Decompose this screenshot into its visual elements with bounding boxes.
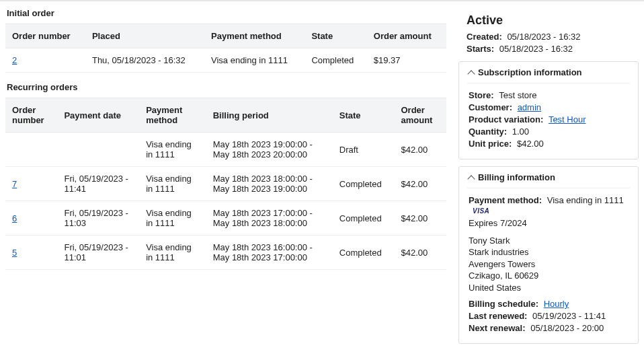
table-row: Visa ending in 1111 May 18th 2023 19:00:… <box>5 133 446 167</box>
address-line: Czikago, IL 60629 <box>469 270 629 282</box>
billing-period-cell: May 18th 2023 19:00:00 - May 18th 2023 2… <box>206 133 333 167</box>
chevron-up-icon <box>467 175 475 182</box>
order-amount-cell: $42.00 <box>395 236 447 270</box>
placed-cell: Thu, 05/18/2023 - 16:32 <box>85 48 204 73</box>
address-line: United States <box>469 282 629 294</box>
order-amount-cell: $42.00 <box>395 133 447 167</box>
billing-info-header[interactable]: Billing information <box>467 172 630 188</box>
table-row: 2 Thu, 05/18/2023 - 16:32 Visa ending in… <box>5 48 446 73</box>
payment-method-cell: Visa ending in 1111 <box>204 48 305 73</box>
state-cell: Completed <box>305 48 366 73</box>
payment-date-cell: Fri, 05/19/2023 - 11:41 <box>57 167 139 201</box>
payment-date-cell: Fri, 05/19/2023 - 11:03 <box>57 201 139 236</box>
col-order-amount: Order amount <box>395 98 447 133</box>
recurring-orders-table: Order number Payment date Payment method… <box>5 98 446 270</box>
next-renewal-label: Next renewal: <box>469 323 526 333</box>
order-link[interactable]: 6 <box>12 213 17 223</box>
order-amount-cell: $19.37 <box>367 48 446 73</box>
starts-label: Starts: <box>467 44 494 54</box>
store-value: Test store <box>499 90 536 100</box>
initial-order-title: Initial order <box>5 7 446 24</box>
table-row: 7 Fri, 05/19/2023 - 11:41 Visa ending in… <box>5 167 446 201</box>
col-state: State <box>305 24 366 48</box>
payment-method-cell: Visa ending in 1111 <box>139 201 206 236</box>
payment-date-cell: Fri, 05/19/2023 - 11:01 <box>57 236 139 270</box>
col-payment-method: Payment method <box>204 24 305 48</box>
billing-schedule-label: Billing schedule: <box>469 299 538 309</box>
subscription-info-header[interactable]: Subscription information <box>467 67 630 83</box>
table-row: 5 Fri, 05/19/2023 - 11:01 Visa ending in… <box>5 236 446 270</box>
address-line: Tony Stark <box>469 235 629 247</box>
next-renewal-value: 05/18/2023 - 20:00 <box>530 323 604 333</box>
last-renewed-label: Last renewed: <box>469 311 527 321</box>
expires-value: Expires 7/2024 <box>469 217 629 229</box>
order-link[interactable]: 2 <box>12 55 17 65</box>
payment-method-value: Visa ending in 1111 <box>547 195 624 205</box>
billing-schedule-link[interactable]: Hourly <box>544 299 569 309</box>
order-amount-cell: $42.00 <box>395 167 447 201</box>
billing-period-cell: May 18th 2023 16:00:00 - May 18th 2023 1… <box>206 236 333 270</box>
recurring-orders-title: Recurring orders <box>5 81 446 98</box>
billing-info-card: Billing information Payment method: Visa… <box>458 166 639 344</box>
payment-method-cell: Visa ending in 1111 <box>139 167 206 201</box>
table-row: 6 Fri, 05/19/2023 - 11:03 Visa ending in… <box>5 201 446 236</box>
payment-date-cell <box>57 133 139 167</box>
col-payment-date: Payment date <box>57 98 139 133</box>
quantity-value: 1.00 <box>512 127 529 137</box>
col-order-number: Order number <box>5 24 85 48</box>
col-order-number: Order number <box>5 98 57 133</box>
visa-icon: VISA <box>473 207 489 215</box>
order-link[interactable]: 5 <box>12 248 17 258</box>
address-line: Stark industries <box>469 246 629 258</box>
payment-method-cell: Visa ending in 1111 <box>139 236 206 270</box>
customer-label: Customer: <box>469 102 512 112</box>
initial-order-table: Order number Placed Payment method State… <box>5 24 446 73</box>
col-payment-method: Payment method <box>139 98 206 133</box>
product-variation-label: Product variation: <box>469 114 543 124</box>
billing-period-cell: May 18th 2023 17:00:00 - May 18th 2023 1… <box>206 201 333 236</box>
state-cell: Completed <box>333 167 395 201</box>
subscription-status: Active <box>467 13 631 28</box>
quantity-label: Quantity: <box>469 127 507 137</box>
created-label: Created: <box>467 32 502 42</box>
payment-method-cell: Visa ending in 1111 <box>139 133 206 167</box>
billing-info-title: Billing information <box>478 172 555 182</box>
state-cell: Draft <box>333 133 395 167</box>
col-placed: Placed <box>85 24 204 48</box>
store-label: Store: <box>469 90 494 100</box>
subscription-info-card: Subscription information Store: Test sto… <box>458 61 639 159</box>
subscription-info-title: Subscription information <box>478 67 582 77</box>
customer-link[interactable]: admin <box>518 102 541 112</box>
unit-price-value: $42.00 <box>517 139 544 149</box>
state-cell: Completed <box>333 201 395 236</box>
col-order-amount: Order amount <box>367 24 446 48</box>
order-amount-cell: $42.00 <box>395 201 447 236</box>
created-value: 05/18/2023 - 16:32 <box>507 32 580 42</box>
col-billing-period: Billing period <box>206 98 333 133</box>
starts-value: 05/18/2023 - 16:32 <box>499 44 573 54</box>
last-renewed-value: 05/19/2023 - 11:41 <box>532 311 606 321</box>
product-variation-link[interactable]: Test Hour <box>549 114 586 124</box>
billing-period-cell: May 18th 2023 18:00:00 - May 18th 2023 1… <box>206 167 333 201</box>
order-link[interactable]: 7 <box>12 179 17 189</box>
unit-price-label: Unit price: <box>469 139 512 149</box>
address-line: Avengers Towers <box>469 258 629 271</box>
status-card: Active Created: 05/18/2023 - 16:32 Start… <box>458 7 639 61</box>
payment-method-label: Payment method: <box>469 195 542 205</box>
state-cell: Completed <box>333 236 395 270</box>
chevron-up-icon <box>467 70 475 77</box>
order-number-cell <box>5 133 57 167</box>
col-state: State <box>333 98 395 133</box>
